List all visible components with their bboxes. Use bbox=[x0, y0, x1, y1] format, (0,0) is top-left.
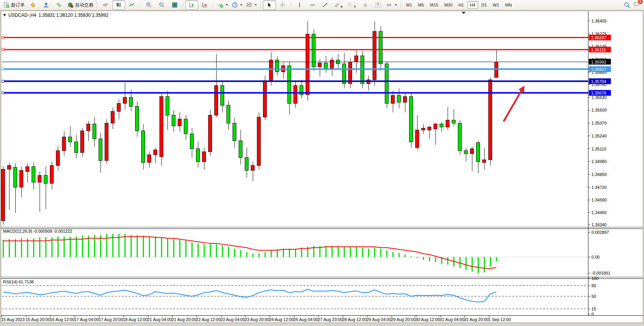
indicators-button[interactable] bbox=[215, 0, 230, 10]
timeframe-button-h4[interactable]: H4 bbox=[467, 1, 478, 9]
timeframe-button-m1[interactable]: M1 bbox=[403, 1, 414, 9]
auto-scroll-button[interactable] bbox=[185, 0, 198, 10]
macd-bar bbox=[271, 250, 272, 257]
bar-chart-mode-button[interactable] bbox=[99, 0, 112, 10]
timeframe-button-m5[interactable]: M5 bbox=[416, 1, 427, 9]
time-tick-label: 27 Aug 23:00 bbox=[318, 317, 343, 322]
macd-bar bbox=[161, 237, 162, 257]
notifications-button[interactable]: 1 bbox=[633, 1, 640, 9]
zoom-in-button[interactable] bbox=[142, 0, 155, 10]
chart-shift-marker[interactable] bbox=[462, 12, 465, 14]
one-click-trading-collapse-icon[interactable] bbox=[3, 14, 6, 16]
macd-bar bbox=[435, 257, 436, 262]
candle-body bbox=[288, 66, 291, 103]
market-watch-button[interactable] bbox=[27, 0, 40, 10]
search-icon[interactable] bbox=[624, 2, 630, 8]
time-tick-label: 18 Aug 12:00 bbox=[123, 317, 148, 322]
macd-bar bbox=[167, 238, 168, 257]
candle-body bbox=[403, 96, 407, 102]
macd-bar bbox=[106, 234, 107, 257]
candle-body bbox=[105, 123, 108, 160]
periods-button[interactable] bbox=[230, 0, 244, 10]
new-order-button[interactable]: 新订单 bbox=[2, 0, 27, 10]
auto-trading-globe-icon bbox=[67, 2, 73, 8]
macd-bar bbox=[344, 247, 345, 257]
zoom-out-button[interactable] bbox=[155, 0, 168, 10]
timeframe-button-w1[interactable]: W1 bbox=[490, 1, 502, 9]
candle-body bbox=[142, 131, 145, 163]
rsi-tick-label: 15 bbox=[591, 307, 596, 311]
macd-bar bbox=[423, 257, 424, 260]
macd-bar bbox=[484, 257, 485, 272]
channel-tool[interactable]: E bbox=[332, 0, 345, 10]
hline-anchor[interactable] bbox=[2, 68, 4, 70]
macd-bar bbox=[405, 254, 406, 257]
chart-canvas[interactable]: 1.364051.362751.361451.360151.358851.357… bbox=[0, 0, 644, 326]
arrow-annotation[interactable] bbox=[504, 86, 524, 121]
auto-trading-button[interactable]: 自动交易 bbox=[65, 0, 95, 10]
trendline-tool[interactable] bbox=[319, 0, 332, 10]
arrows-dropdown-caret bbox=[395, 4, 397, 6]
macd-bar bbox=[45, 237, 46, 257]
price-tick-label: 1.34850 bbox=[591, 172, 607, 177]
candle-body bbox=[75, 142, 78, 152]
crosshair-button[interactable] bbox=[276, 0, 289, 10]
chart-shift-button[interactable] bbox=[198, 0, 211, 10]
candle-body bbox=[209, 115, 212, 152]
candle-body bbox=[294, 86, 297, 104]
clock-icon bbox=[232, 2, 238, 8]
candle-body bbox=[379, 31, 383, 64]
candle-body bbox=[312, 34, 316, 67]
timeframe-button-m15[interactable]: M15 bbox=[427, 1, 441, 9]
candle-body bbox=[239, 141, 242, 158]
notification-badge: 1 bbox=[638, 0, 643, 4]
candle-body bbox=[93, 124, 96, 139]
arrows-tool[interactable] bbox=[384, 0, 399, 10]
price-tick-label: 1.34590 bbox=[591, 198, 607, 202]
templates-button[interactable] bbox=[244, 0, 259, 10]
profile-button[interactable] bbox=[40, 0, 53, 10]
price-badge-label: 1.35794 bbox=[591, 79, 606, 84]
macd-bar bbox=[478, 257, 479, 273]
line-chart-mode-button[interactable] bbox=[125, 0, 138, 10]
price-tick-label: 1.35240 bbox=[591, 134, 607, 138]
hline-anchor[interactable] bbox=[2, 92, 4, 94]
text-tool[interactable]: A bbox=[359, 0, 371, 10]
fibonacci-tool[interactable]: F bbox=[345, 0, 359, 10]
macd-bar bbox=[124, 234, 126, 257]
toolbar-separator bbox=[213, 2, 214, 9]
tile-windows-icon bbox=[172, 2, 178, 8]
vertical-line-icon bbox=[297, 2, 302, 8]
candlestick-mode-button[interactable] bbox=[112, 0, 125, 10]
zoom-out-icon bbox=[159, 2, 165, 8]
text-label-tool[interactable]: T bbox=[371, 0, 384, 10]
macd-bar bbox=[222, 245, 223, 257]
signals-button[interactable] bbox=[53, 0, 65, 10]
hline-anchor[interactable] bbox=[2, 80, 4, 82]
candle-body bbox=[196, 149, 200, 162]
candle-body bbox=[20, 171, 23, 187]
candle-body bbox=[178, 119, 182, 126]
hline-anchor[interactable] bbox=[2, 48, 4, 51]
macd-bar bbox=[338, 246, 339, 257]
candle-body bbox=[166, 96, 169, 115]
cursor-button[interactable] bbox=[263, 0, 276, 10]
candle-body bbox=[422, 128, 425, 130]
macd-bar bbox=[411, 256, 412, 257]
timeframe-button-h1[interactable]: H1 bbox=[456, 1, 467, 9]
candlestick-icon bbox=[116, 2, 122, 8]
candle-body bbox=[458, 123, 462, 151]
macd-bar bbox=[374, 248, 375, 257]
hline-anchor[interactable] bbox=[2, 37, 4, 39]
timeframe-button-m30[interactable]: M30 bbox=[442, 1, 455, 9]
tile-windows-button[interactable] bbox=[168, 0, 181, 10]
macd-bar bbox=[392, 252, 394, 257]
horizontal-line-tool[interactable] bbox=[306, 0, 319, 10]
vertical-line-tool[interactable] bbox=[293, 0, 306, 10]
candle-body bbox=[148, 155, 151, 163]
timeframe-button-mn[interactable]: MN bbox=[502, 1, 514, 9]
candle-body bbox=[233, 123, 236, 141]
macd-bar bbox=[350, 247, 351, 257]
price-badge-label: 1.35917 bbox=[591, 67, 606, 72]
timeframe-button-d1[interactable]: D1 bbox=[479, 1, 489, 9]
